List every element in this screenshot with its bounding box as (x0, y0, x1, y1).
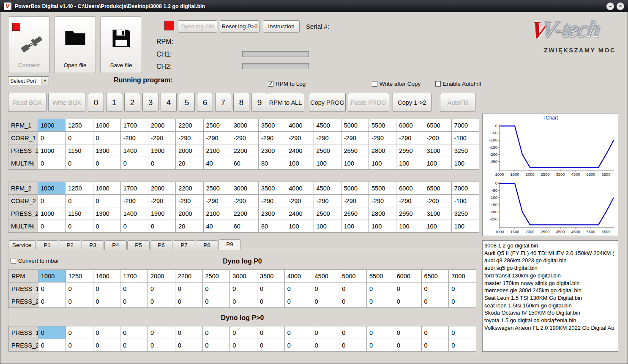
cell-PRESS_2-5[interactable]: 2000 (176, 207, 203, 220)
file-list-item[interactable]: audi q8 286km 2023 go digital.bin (484, 257, 616, 264)
cell-PRESS_1-14[interactable]: 0 (421, 283, 449, 295)
cell-PRESS_1-9[interactable]: 2400 (286, 144, 314, 157)
cell-PRESS_1-10[interactable]: 2500 (314, 144, 341, 157)
cell-RPM-8[interactable]: 3500 (257, 270, 285, 283)
cell-RPM_2-13[interactable]: 6000 (396, 182, 424, 195)
cell-PRESS_1-15[interactable]: 0 (449, 326, 476, 339)
cell-CORR_2-15[interactable]: -100 (451, 195, 479, 207)
cell-PRESS_1-3[interactable]: 0 (120, 326, 148, 339)
copy-1-2-button[interactable]: Copy 1->2 (393, 93, 431, 112)
cell-PRESS_2-3[interactable]: 0 (120, 295, 148, 308)
digit-button-5[interactable]: 5 (179, 93, 195, 112)
cell-CORR_1-15[interactable]: -100 (451, 132, 479, 144)
cell-MULTI%-2[interactable]: 0 (93, 157, 120, 170)
connect-button[interactable]: Connect (8, 16, 50, 73)
tab-p4[interactable]: P4 (104, 240, 127, 250)
cell-PRESS_2-12[interactable]: 2800 (369, 207, 396, 220)
open-file-button[interactable]: Open file (54, 16, 96, 73)
tab-p8[interactable]: P8 (196, 240, 218, 250)
file-list-item[interactable]: toyota 1.5 go digital od obciążenia.bin (484, 317, 616, 324)
cell-CORR_2-14[interactable]: -200 (424, 195, 451, 207)
cell-RPM_2-14[interactable]: 6500 (424, 182, 451, 195)
cell-PRESS_2-10[interactable]: 2500 (314, 207, 341, 220)
cell-PRESS_1-11[interactable]: 0 (339, 283, 367, 295)
cell-PRESS_1-14[interactable]: 0 (421, 326, 449, 339)
cell-PRESS_1-8[interactable]: 0 (257, 283, 285, 295)
cell-PRESS_2-0[interactable]: 1000 (38, 207, 66, 220)
rpm-to-log-checkbox[interactable]: ✓ RPM to Log (268, 81, 306, 87)
cell-PRESS_1-6[interactable]: 2100 (203, 144, 231, 157)
cell-MULTI%-6[interactable]: 40 (203, 157, 231, 170)
cell-MULTI%-0[interactable]: 0 (38, 157, 66, 170)
cell-PRESS_2-11[interactable]: 2650 (341, 207, 369, 220)
cell-PRESS_1-12[interactable]: 0 (367, 326, 394, 339)
cell-RPM_2-6[interactable]: 2500 (203, 182, 231, 195)
cell-PRESS_1-1[interactable]: 0 (66, 283, 93, 295)
cell-PRESS_2-13[interactable]: 0 (394, 295, 421, 308)
cell-RPM_2-2[interactable]: 1600 (93, 182, 120, 195)
file-list-item[interactable]: Seat Leon 1.5 TSI 130KM Go Digital.bin (484, 294, 616, 302)
cell-PRESS_1-8[interactable]: 2300 (259, 144, 286, 157)
cell-PRESS_2-1[interactable]: 0 (66, 339, 93, 352)
cell-PRESS_1-4[interactable]: 0 (148, 326, 175, 339)
cell-CORR_1-4[interactable]: -290 (148, 132, 176, 144)
cell-MULTI%-14[interactable]: 100 (424, 220, 451, 233)
tab-p6[interactable]: P6 (150, 240, 172, 250)
cell-CORR_1-10[interactable]: -290 (314, 132, 341, 144)
cell-PRESS_2-8[interactable]: 0 (257, 339, 285, 352)
cell-RPM_1-1[interactable]: 1250 (66, 119, 93, 132)
tab-p9[interactable]: P9 (218, 239, 241, 250)
cell-MULTI%-12[interactable]: 100 (369, 220, 396, 233)
cell-CORR_1-13[interactable]: -290 (396, 132, 424, 144)
cell-CORR_2-12[interactable]: -290 (369, 195, 396, 207)
cell-CORR_2-13[interactable]: -290 (396, 195, 424, 207)
file-list-item[interactable]: seat leon 1.5tsi 150km go digital.bin (484, 302, 616, 310)
cell-MULTI%-9[interactable]: 100 (286, 157, 314, 170)
cell-CORR_1-7[interactable]: -290 (231, 132, 258, 144)
cell-CORR_1-2[interactable]: 0 (93, 132, 120, 144)
digit-button-8[interactable]: 8 (233, 93, 249, 112)
cell-PRESS_1-5[interactable]: 0 (175, 326, 202, 339)
cell-PRESS_2-7[interactable]: 0 (230, 339, 257, 352)
cell-RPM_2-11[interactable]: 5000 (341, 182, 369, 195)
cell-MULTI%-10[interactable]: 100 (314, 157, 341, 170)
cell-PRESS_1-6[interactable]: 0 (202, 326, 230, 339)
cell-RPM_1-12[interactable]: 5500 (369, 119, 396, 132)
file-list-item[interactable]: 3008 1.2 go digital.bin (484, 242, 616, 250)
autofill-button[interactable]: AutoFill (440, 93, 475, 112)
cell-PRESS_2-0[interactable]: 0 (38, 339, 66, 352)
cell-PRESS_2-2[interactable]: 1300 (93, 207, 120, 220)
cell-PRESS_2-6[interactable]: 0 (202, 339, 230, 352)
cell-RPM-11[interactable]: 5000 (339, 270, 367, 283)
cell-PRESS_2-10[interactable]: 0 (312, 295, 339, 308)
cell-PRESS_1-9[interactable]: 0 (284, 326, 312, 339)
cell-MULTI%-6[interactable]: 40 (203, 220, 231, 233)
cell-PRESS_2-14[interactable]: 0 (421, 295, 449, 308)
cell-PRESS_2-4[interactable]: 0 (148, 339, 175, 352)
cell-PRESS_1-2[interactable]: 0 (93, 283, 120, 295)
cell-PRESS_1-10[interactable]: 0 (312, 283, 339, 295)
cell-RPM-15[interactable]: 7000 (449, 270, 476, 283)
cell-PRESS_1-0[interactable]: 1000 (38, 144, 66, 157)
cell-RPM-6[interactable]: 2500 (202, 270, 230, 283)
cell-PRESS_1-7[interactable]: 0 (230, 283, 257, 295)
cell-PRESS_1-3[interactable]: 1400 (120, 144, 148, 157)
cell-PRESS_1-11[interactable]: 0 (339, 326, 367, 339)
file-list-item[interactable]: ford transit 130km go digital.bin (484, 272, 616, 280)
cell-PRESS_1-7[interactable]: 0 (230, 326, 257, 339)
cell-PRESS_1-12[interactable]: 2800 (369, 144, 396, 157)
cell-RPM-4[interactable]: 2000 (148, 270, 175, 283)
cell-PRESS_2-11[interactable]: 0 (339, 339, 367, 352)
cell-MULTI%-10[interactable]: 100 (314, 220, 341, 233)
cell-PRESS_1-5[interactable]: 0 (175, 283, 202, 295)
cell-PRESS_1-15[interactable]: 0 (449, 283, 476, 295)
cell-PRESS_1-13[interactable]: 2950 (396, 144, 424, 157)
cell-RPM_2-1[interactable]: 1250 (66, 182, 93, 195)
cell-PRESS_1-9[interactable]: 0 (284, 283, 312, 295)
enable-autofill-checkbox[interactable]: Enable AutoFill (435, 81, 481, 87)
paste-prog-button[interactable]: Paste PROG (348, 93, 389, 112)
cell-RPM_2-0[interactable]: 1000 (38, 182, 66, 195)
cell-PRESS_2-13[interactable]: 0 (394, 339, 421, 352)
cell-PRESS_1-8[interactable]: 0 (257, 326, 285, 339)
cell-RPM_1-9[interactable]: 4000 (286, 119, 314, 132)
